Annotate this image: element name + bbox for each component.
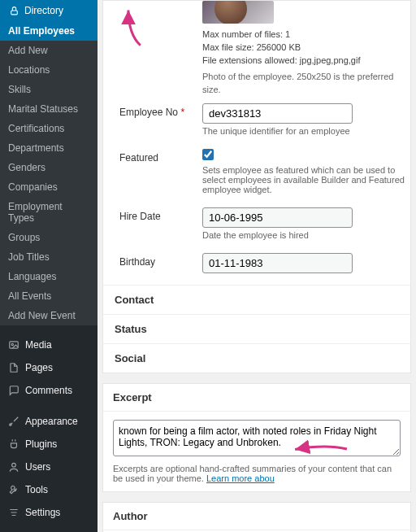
tab-status[interactable]: Status	[103, 314, 410, 343]
sidebar-item-job-titles[interactable]: Job Titles	[0, 247, 98, 267]
svg-rect-0	[11, 10, 17, 14]
sidebar-item-tools[interactable]: Tools	[0, 478, 98, 501]
sidebar-item-add-new-event[interactable]: Add New Event	[0, 306, 98, 325]
sidebar-item-certifications[interactable]: Certifications	[0, 119, 98, 138]
photo-meta-ext: File extensions allowed: jpg,jpeg,png,gi…	[202, 55, 410, 68]
photo-meta-maxfiles: Max number of files: 1	[202, 28, 410, 41]
photo-meta: Max number of files: 1 Max file size: 25…	[202, 28, 410, 97]
sidebar-item-employment-types[interactable]: Employment Types	[0, 197, 98, 228]
sidebar-item-settings[interactable]: Settings	[0, 501, 98, 524]
excerpt-title: Excerpt	[103, 384, 410, 412]
plugins-icon	[8, 438, 20, 450]
sidebar-item-all-employees[interactable]: All Employees	[0, 21, 98, 41]
users-icon	[8, 461, 20, 473]
sidebar-item-marital-statuses[interactable]: Marital Statuses	[0, 99, 98, 119]
sidebar-item-pages[interactable]: Pages	[0, 356, 98, 379]
hire-date-input[interactable]	[202, 207, 353, 228]
comments-icon	[8, 385, 20, 396]
hire-date-hint: Date the employee is hired	[202, 230, 410, 240]
employee-details-panel: Max number of files: 1 Max file size: 25…	[102, 0, 411, 373]
media-icon	[8, 339, 20, 351]
sidebar-item-users[interactable]: Users	[0, 456, 98, 478]
sidebar-item-plugins[interactable]: Plugins	[0, 433, 98, 456]
employee-no-input[interactable]	[202, 103, 353, 124]
sidebar-item-genders[interactable]: Genders	[0, 158, 98, 177]
pages-icon	[8, 362, 20, 373]
sidebar-top-directory[interactable]: Directory	[0, 0, 98, 21]
sidebar-top-label: Directory	[24, 5, 63, 16]
excerpt-textarea[interactable]	[113, 420, 401, 456]
admin-sidebar: Directory All Employees Add New Location…	[0, 0, 98, 532]
birthday-input[interactable]	[202, 253, 353, 273]
hire-date-label: Hire Date	[119, 207, 202, 240]
sidebar-item-groups[interactable]: Groups	[0, 228, 98, 247]
lock-icon	[8, 5, 20, 16]
excerpt-learn-link[interactable]: Learn more abou	[206, 473, 275, 483]
tab-contact[interactable]: Contact	[103, 285, 410, 314]
main-content: Max number of files: 1 Max file size: 25…	[98, 0, 416, 532]
featured-checkbox[interactable]	[202, 149, 214, 160]
sidebar-item-departments[interactable]: Departments	[0, 138, 98, 158]
featured-hint: Sets employee as featured which can be u…	[202, 165, 410, 194]
sidebar-item-companies[interactable]: Companies	[0, 177, 98, 197]
employee-photo-thumb[interactable]	[202, 1, 274, 24]
sidebar-item-comments[interactable]: Comments	[0, 379, 98, 402]
svg-point-4	[12, 463, 16, 467]
tab-social[interactable]: Social	[103, 343, 410, 373]
sidebar-item-all-events[interactable]: All Events	[0, 286, 98, 306]
sidebar-item-appearance[interactable]: Appearance	[0, 410, 98, 433]
excerpt-box: Excerpt Excerpts are optional hand-craft…	[102, 383, 411, 492]
sidebar-item-languages[interactable]: Languages	[0, 267, 98, 286]
sidebar-item-media[interactable]: Media	[0, 334, 98, 356]
svg-point-2	[11, 343, 13, 345]
author-box: Author MammaMia	[102, 502, 411, 532]
excerpt-note: Excerpts are optional hand-crafted summa…	[113, 464, 401, 483]
birthday-label: Birthday	[119, 253, 202, 273]
employee-no-label: Employee No *	[119, 103, 202, 136]
tools-icon	[8, 484, 20, 495]
photo-hint: Photo of the employee. 250x250 is the pr…	[202, 71, 410, 97]
appearance-icon	[8, 416, 20, 427]
sidebar-item-locations[interactable]: Locations	[0, 60, 98, 80]
featured-label: Featured	[119, 149, 202, 194]
settings-icon	[8, 507, 20, 518]
sidebar-item-add-new[interactable]: Add New	[0, 41, 98, 60]
author-title: Author	[103, 503, 410, 530]
photo-meta-maxsize: Max file size: 256000 KB	[202, 41, 410, 55]
sidebar-item-skills[interactable]: Skills	[0, 80, 98, 99]
employee-no-hint: The unique identifier for an employee	[202, 126, 410, 136]
